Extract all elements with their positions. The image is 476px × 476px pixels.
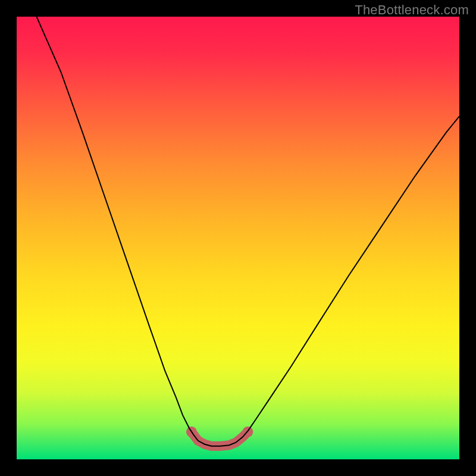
curve-layer [17,17,459,459]
watermark-text: TheBottleneck.com [355,2,469,18]
chart-frame: TheBottleneck.com [0,0,476,476]
plot-area [17,17,459,459]
main-curve [37,17,460,446]
